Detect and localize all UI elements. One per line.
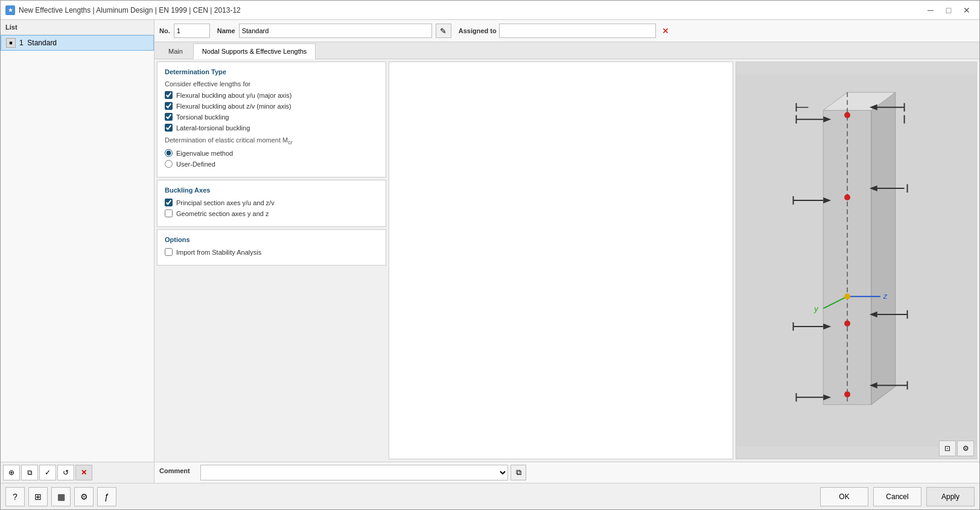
new-button[interactable]: ⊕: [3, 465, 20, 480]
sidebar-item-standard[interactable]: ■ 1 Standard: [1, 35, 154, 51]
ok-button[interactable]: OK: [820, 487, 868, 506]
svg-text:z: z: [883, 292, 888, 301]
3d-svg: y z: [736, 62, 976, 459]
undo-button[interactable]: ↺: [57, 465, 74, 480]
sidebar: List ■ 1 Standard ⊕ ⧉ ✓ ↺ ✕: [1, 20, 154, 483]
svg-point-25: [844, 320, 850, 327]
window-title: New Effective Lengths | Aluminum Design …: [19, 6, 241, 14]
name-input[interactable]: [239, 24, 432, 38]
assigned-input[interactable]: [499, 24, 656, 38]
right-toolbar: ⊡ ⚙: [939, 441, 974, 456]
settings-button[interactable]: ⚙: [74, 487, 94, 506]
title-bar: ★ New Effective Lengths | Aluminum Desig…: [1, 1, 979, 20]
apply-button[interactable]: Apply: [926, 487, 975, 506]
check-button[interactable]: ✓: [39, 465, 56, 480]
buckling-title: Buckling Axes: [165, 186, 378, 194]
import-stability-label: Import from Stability Analysis: [176, 249, 261, 256]
eigenvalue-radio[interactable]: [165, 149, 173, 157]
checkbox-flexural-y: Flexural buckling about y/u (major axis): [165, 91, 378, 99]
comment-input-area: ⧉: [200, 465, 526, 480]
eigenvalue-label: Eigenvalue method: [176, 150, 233, 157]
3d-view-button[interactable]: ⊡: [939, 441, 956, 456]
tabs-bar: Main Nodal Supports & Effective Lengths: [154, 42, 979, 59]
bottom-bar: ? ⊞ ▦ ⚙ ƒ OK Cancel Apply: [1, 483, 979, 509]
3d-settings-button[interactable]: ⚙: [957, 441, 974, 456]
svg-marker-2: [871, 92, 896, 404]
header-row: No. Name ✎ Assigned to ✕: [154, 20, 979, 42]
sidebar-header: List: [1, 20, 154, 35]
three-col: Determination Type Consider effective le…: [154, 59, 979, 462]
principal-checkbox[interactable]: [165, 199, 173, 206]
delete-button[interactable]: ✕: [75, 465, 92, 480]
user-defined-radio[interactable]: [165, 160, 173, 168]
app-icon: ★: [5, 5, 15, 15]
checkbox-torsional: Torsional buckling: [165, 113, 378, 121]
tab-main[interactable]: Main: [159, 43, 192, 59]
bottom-left-tools: ? ⊞ ▦ ⚙ ƒ: [5, 487, 116, 506]
minimize-button[interactable]: ─: [923, 4, 938, 17]
title-controls: ─ □ ✕: [923, 4, 975, 17]
lateral-checkbox[interactable]: [165, 124, 173, 132]
no-group: No.: [159, 24, 210, 38]
formula-button[interactable]: ƒ: [97, 487, 116, 506]
options-title: Options: [165, 236, 378, 243]
lateral-label: Lateral-torsional buckling: [176, 124, 250, 132]
maximize-button[interactable]: □: [941, 4, 956, 17]
options-section: Options Import from Stability Analysis: [157, 229, 386, 266]
comment-area: Comment ⧉: [154, 462, 979, 483]
grid-button[interactable]: ⊞: [28, 487, 48, 506]
comment-copy-button[interactable]: ⧉: [511, 465, 526, 480]
flexural-z-label: Flexural buckling about z/v (minor axis): [176, 103, 291, 110]
torsional-label: Torsional buckling: [176, 113, 229, 121]
cancel-button[interactable]: Cancel: [873, 487, 921, 506]
flexural-y-checkbox[interactable]: [165, 91, 173, 99]
svg-point-30: [844, 391, 850, 397]
flexural-z-checkbox[interactable]: [165, 102, 173, 110]
sidebar-toolbar: ⊕ ⧉ ✓ ↺ ✕: [1, 462, 154, 483]
determination-title: Determination Type: [165, 68, 378, 75]
col-right-3d: y z: [736, 62, 977, 459]
checkbox-lateral: Lateral-torsional buckling: [165, 124, 378, 132]
geometric-checkbox[interactable]: [165, 209, 173, 217]
item-icon: ■: [6, 38, 16, 48]
flexural-y-label: Flexural buckling about y/u (major axis): [176, 92, 291, 99]
radio-user-defined: User-Defined: [165, 160, 378, 168]
assigned-group: Assigned to ✕: [459, 24, 975, 38]
content-area: List ■ 1 Standard ⊕ ⧉ ✓ ↺ ✕ No.: [1, 20, 979, 483]
sidebar-list: ■ 1 Standard: [1, 35, 154, 462]
name-group: Name ✎: [217, 24, 451, 38]
buckling-section: Buckling Axes Principal section axes y/u…: [157, 180, 386, 227]
sidebar-item-label: 1 Standard: [19, 39, 57, 47]
import-stability-checkbox[interactable]: [165, 248, 173, 256]
svg-point-10: [844, 112, 850, 118]
no-input[interactable]: [174, 24, 210, 38]
assigned-label: Assigned to: [459, 27, 497, 34]
checkbox-flexural-z: Flexural buckling about z/v (minor axis): [165, 102, 378, 110]
info-button[interactable]: ?: [5, 487, 25, 506]
principal-label: Principal section axes y/u and z/v: [176, 199, 275, 206]
checkbox-import: Import from Stability Analysis: [165, 248, 378, 256]
comment-label: Comment: [159, 465, 196, 474]
consider-label: Consider effective lengths for: [165, 80, 378, 88]
main-panel: No. Name ✎ Assigned to ✕ Main Nodal Supp…: [154, 20, 979, 483]
name-label: Name: [217, 27, 235, 34]
user-defined-label: User-Defined: [176, 161, 215, 168]
no-label: No.: [159, 27, 170, 34]
title-bar-left: ★ New Effective Lengths | Aluminum Desig…: [5, 5, 241, 15]
copy-button[interactable]: ⧉: [21, 465, 38, 480]
col-left: Determination Type Consider effective le…: [157, 62, 386, 459]
svg-point-20: [844, 293, 850, 299]
close-button[interactable]: ✕: [959, 4, 975, 17]
assigned-clear-button[interactable]: ✕: [658, 24, 673, 38]
table-button[interactable]: ▦: [51, 487, 71, 506]
mcr-group: Determination of elastic critical moment…: [165, 136, 378, 168]
radio-eigenvalue: Eigenvalue method: [165, 149, 378, 157]
tab-nodal[interactable]: Nodal Supports & Effective Lengths: [193, 43, 316, 59]
svg-point-15: [844, 194, 850, 200]
3d-visualization: y z: [736, 62, 976, 459]
torsional-checkbox[interactable]: [165, 113, 173, 121]
name-edit-button[interactable]: ✎: [436, 24, 451, 38]
comment-select[interactable]: [200, 465, 508, 480]
dialog-buttons: OK Cancel Apply: [820, 487, 975, 506]
determination-section: Determination Type Consider effective le…: [157, 62, 386, 177]
